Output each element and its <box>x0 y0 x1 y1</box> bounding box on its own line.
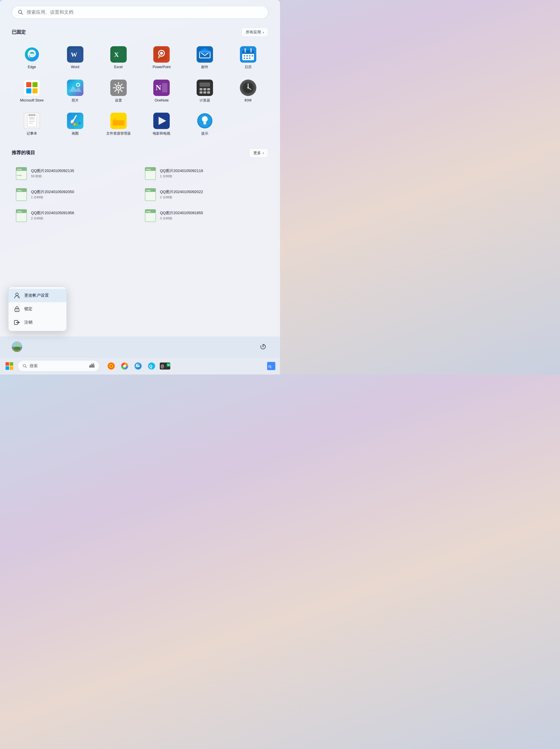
color-wheel-icon <box>121 362 129 370</box>
svg-text:Q: Q <box>149 364 152 369</box>
rec-info-4: QQ图片20240105092022 2 分钟前 <box>160 189 264 199</box>
app-store[interactable]: Microsoft Store <box>12 76 52 107</box>
svg-text:@: @ <box>161 363 164 369</box>
app-clock-label: 时钟 <box>244 98 252 103</box>
svg-point-62 <box>247 87 249 88</box>
svg-point-9 <box>160 52 163 55</box>
edge-taskbar-icon <box>134 362 142 370</box>
app-word-label: Word <box>71 65 79 70</box>
app-excel-label: Excel <box>114 65 123 70</box>
app-settings[interactable]: 设置 <box>98 76 139 107</box>
svg-rect-28 <box>33 82 38 87</box>
svg-text:猫: 猫 <box>167 364 170 366</box>
search-bar[interactable] <box>12 6 268 19</box>
app-onenote[interactable]: N OneNote <box>141 76 182 107</box>
taskbar-wechat-cat-icon[interactable]: @ 猫 <box>159 360 171 372</box>
svg-point-110 <box>17 310 18 311</box>
app-photos[interactable]: 照片 <box>55 76 95 107</box>
rec-item-3[interactable]: PNG QQ图片20240105092050 1 分钟前 <box>12 185 139 205</box>
svg-text:纯: 纯 <box>268 365 272 368</box>
svg-rect-48 <box>162 83 167 92</box>
ctx-signout[interactable]: 注销 <box>8 316 66 329</box>
app-powerpoint[interactable]: P PowerPoint <box>141 43 182 73</box>
ctx-lock[interactable]: 锁定 <box>8 302 66 316</box>
pinned-title: 已固定 <box>12 29 26 36</box>
svg-rect-55 <box>203 91 206 93</box>
app-clock[interactable]: 时钟 <box>228 76 268 107</box>
svg-rect-54 <box>199 91 202 93</box>
app-excel[interactable]: X Excel <box>98 43 139 73</box>
svg-rect-23 <box>244 58 245 59</box>
firefox-icon <box>107 362 115 370</box>
svg-rect-122 <box>10 366 13 370</box>
taskbar-edge-icon[interactable] <box>132 360 144 372</box>
settings-icon <box>110 80 127 96</box>
app-calendar[interactable]: 日历 <box>228 43 268 73</box>
app-paint-label: 画图 <box>72 131 79 136</box>
app-tips[interactable]: 提示 <box>185 109 225 140</box>
svg-point-128 <box>110 365 112 367</box>
user-area[interactable] <box>12 341 29 352</box>
search-input[interactable] <box>27 10 262 15</box>
png-file-icon-2: PNG <box>145 167 156 180</box>
app-word[interactable]: W Word <box>55 43 95 73</box>
rec-name-3: QQ图片20240105092050 <box>31 189 135 195</box>
taskbar-color-icon[interactable] <box>119 360 130 372</box>
app-edge[interactable]: Edge <box>12 43 52 73</box>
ctx-account-settings[interactable]: ⚙ 更改帐户设置 <box>8 289 66 302</box>
store-icon <box>24 80 40 96</box>
rec-time-1: 59 秒前 <box>31 174 135 178</box>
power-button[interactable] <box>258 341 268 352</box>
rec-time-6: 3 分钟前 <box>160 216 264 221</box>
svg-point-76 <box>79 122 81 124</box>
svg-point-106 <box>16 293 18 296</box>
paint-icon <box>67 113 83 129</box>
app-explorer-label: 文件资源管理器 <box>106 131 131 136</box>
app-paint[interactable]: 画图 <box>55 109 95 140</box>
svg-rect-30 <box>33 88 38 93</box>
pinned-section-header: 已固定 所有应用 › <box>12 27 268 37</box>
ctx-lock-label: 锁定 <box>24 306 33 312</box>
taskbar-search-bar[interactable]: 搜索 🏙 <box>18 360 100 371</box>
taskbar-firefox-icon[interactable] <box>105 360 117 372</box>
app-calendar-label: 日历 <box>244 65 252 70</box>
rec-item-4[interactable]: PNG QQ图片20240105092022 2 分钟前 <box>141 185 268 205</box>
app-calculator-label: 计算器 <box>199 98 210 103</box>
rec-time-5: 2 分钟前 <box>31 216 135 221</box>
png-file-icon-6: PNG <box>145 209 156 222</box>
app-store-label: Microsoft Store <box>20 98 44 103</box>
taskbar-right-area: 纯 <box>266 361 277 371</box>
app-notepad-label: 记事本 <box>27 131 37 136</box>
rec-item-1[interactable]: PNG image QQ图片20240105092135 59 秒前 <box>12 164 139 184</box>
rec-item-6[interactable]: PNG QQ图片20240105091855 3 分钟前 <box>141 206 268 226</box>
svg-text:N: N <box>156 83 161 92</box>
app-photos-label: 照片 <box>72 98 79 103</box>
taskbar-start-button[interactable] <box>3 360 15 372</box>
rec-name-6: QQ图片20240105091855 <box>160 210 264 216</box>
taskbar-qq-icon[interactable]: Q <box>146 360 157 372</box>
all-apps-button[interactable]: 所有应用 › <box>241 27 268 37</box>
app-explorer[interactable]: 文件资源管理器 <box>98 109 139 140</box>
more-button[interactable]: 更多 › <box>249 148 268 158</box>
svg-rect-27 <box>26 82 31 87</box>
rec-item-2[interactable]: PNG QQ图片20240105092118 1 分钟前 <box>141 164 268 184</box>
app-mail[interactable]: 邮件 <box>185 43 225 73</box>
rec-item-5[interactable]: PNG QQ图片20240105091956 2 分钟前 <box>12 206 139 226</box>
app-notepad[interactable]: 记事本 <box>12 109 52 140</box>
svg-text:PNG: PNG <box>17 190 22 192</box>
app-calculator[interactable]: 计算器 <box>185 76 225 107</box>
svg-rect-20 <box>246 55 248 57</box>
app-movies[interactable]: 电影和电视 <box>141 109 182 140</box>
rec-info-5: QQ图片20240105091956 2 分钟前 <box>31 210 135 221</box>
word-icon: W <box>69 48 81 60</box>
movies-icon <box>153 113 170 129</box>
photos-icon <box>67 80 83 96</box>
excel-icon: X <box>113 48 124 60</box>
app-settings-label: 设置 <box>115 98 122 103</box>
app-movies-label: 电影和电视 <box>153 131 170 136</box>
explorer-icon <box>110 113 127 129</box>
ctx-account-label: 更改帐户设置 <box>24 293 49 298</box>
rec-time-3: 1 分钟前 <box>31 195 135 199</box>
svg-rect-86 <box>203 124 206 125</box>
svg-text:PNG: PNG <box>17 169 22 171</box>
